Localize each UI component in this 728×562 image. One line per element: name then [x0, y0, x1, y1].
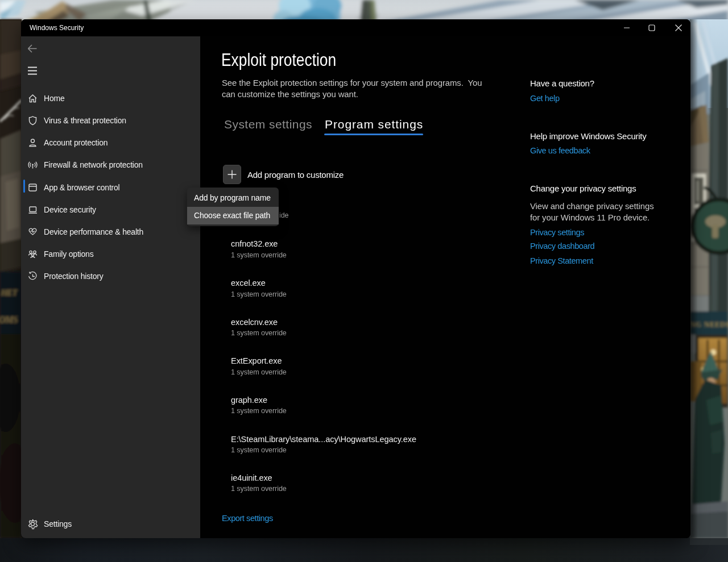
svg-text:OMS: OMS — [0, 315, 18, 324]
svg-text:HET: HET — [1, 288, 18, 297]
